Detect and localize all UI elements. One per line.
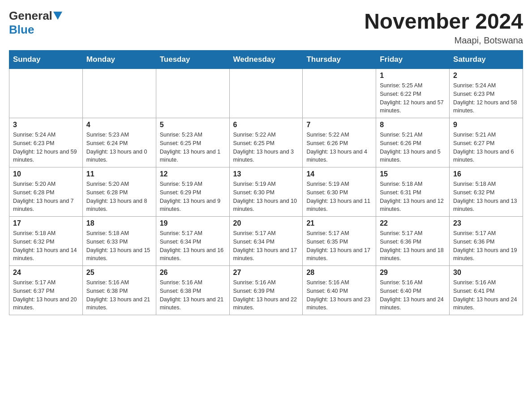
table-row: 24Sunrise: 5:17 AMSunset: 6:37 PMDayligh… bbox=[9, 266, 83, 315]
logo-general: General bbox=[9, 9, 52, 23]
table-row: 8Sunrise: 5:21 AMSunset: 6:26 PMDaylight… bbox=[376, 118, 450, 167]
header-saturday: Saturday bbox=[450, 51, 523, 69]
day-number: 29 bbox=[380, 269, 446, 277]
table-row: 2Sunrise: 5:24 AMSunset: 6:23 PMDaylight… bbox=[450, 69, 523, 118]
table-row: 20Sunrise: 5:17 AMSunset: 6:34 PMDayligh… bbox=[229, 217, 303, 266]
day-info: Sunrise: 5:23 AMSunset: 6:25 PMDaylight:… bbox=[160, 131, 226, 164]
calendar-table: Sunday Monday Tuesday Wednesday Thursday… bbox=[9, 50, 523, 315]
day-number: 26 bbox=[160, 269, 226, 277]
day-number: 16 bbox=[453, 170, 519, 178]
day-number: 30 bbox=[453, 269, 519, 277]
day-number: 21 bbox=[306, 219, 372, 227]
day-number: 4 bbox=[86, 121, 152, 129]
page-header: General Blue November 2024 Maapi, Botswa… bbox=[9, 9, 523, 46]
calendar-header-row: Sunday Monday Tuesday Wednesday Thursday… bbox=[9, 51, 523, 69]
table-row: 23Sunrise: 5:17 AMSunset: 6:36 PMDayligh… bbox=[450, 217, 523, 266]
logo-triangle-icon bbox=[53, 12, 62, 21]
day-number: 17 bbox=[13, 219, 79, 227]
day-info: Sunrise: 5:16 AMSunset: 6:40 PMDaylight:… bbox=[380, 278, 446, 312]
day-info: Sunrise: 5:16 AMSunset: 6:38 PMDaylight:… bbox=[86, 278, 152, 312]
table-row: 21Sunrise: 5:17 AMSunset: 6:35 PMDayligh… bbox=[303, 217, 376, 266]
table-row: 18Sunrise: 5:18 AMSunset: 6:33 PMDayligh… bbox=[82, 217, 156, 266]
day-number: 7 bbox=[306, 121, 372, 129]
table-row: 12Sunrise: 5:19 AMSunset: 6:29 PMDayligh… bbox=[156, 167, 229, 217]
header-thursday: Thursday bbox=[303, 51, 376, 69]
table-row: 1Sunrise: 5:25 AMSunset: 6:22 PMDaylight… bbox=[376, 69, 450, 118]
title-block: November 2024 Maapi, Botswana bbox=[364, 9, 523, 46]
table-row bbox=[303, 69, 376, 118]
table-row: 9Sunrise: 5:21 AMSunset: 6:27 PMDaylight… bbox=[450, 118, 523, 167]
month-title: November 2024 bbox=[364, 9, 523, 34]
day-info: Sunrise: 5:19 AMSunset: 6:29 PMDaylight:… bbox=[160, 180, 226, 214]
day-info: Sunrise: 5:17 AMSunset: 6:36 PMDaylight:… bbox=[380, 229, 446, 263]
day-info: Sunrise: 5:18 AMSunset: 6:31 PMDaylight:… bbox=[380, 180, 446, 214]
table-row bbox=[9, 69, 83, 118]
day-info: Sunrise: 5:18 AMSunset: 6:32 PMDaylight:… bbox=[13, 229, 79, 263]
day-info: Sunrise: 5:16 AMSunset: 6:41 PMDaylight:… bbox=[453, 278, 519, 312]
header-sunday: Sunday bbox=[9, 51, 83, 69]
logo-blue: Blue bbox=[9, 23, 34, 36]
day-info: Sunrise: 5:22 AMSunset: 6:26 PMDaylight:… bbox=[306, 131, 372, 164]
day-info: Sunrise: 5:20 AMSunset: 6:28 PMDaylight:… bbox=[13, 180, 79, 214]
day-number: 6 bbox=[233, 121, 299, 129]
day-number: 13 bbox=[233, 170, 299, 178]
day-number: 24 bbox=[13, 269, 79, 277]
calendar-week-row: 10Sunrise: 5:20 AMSunset: 6:28 PMDayligh… bbox=[9, 167, 523, 217]
day-info: Sunrise: 5:19 AMSunset: 6:30 PMDaylight:… bbox=[306, 180, 372, 214]
table-row: 7Sunrise: 5:22 AMSunset: 6:26 PMDaylight… bbox=[303, 118, 376, 167]
day-info: Sunrise: 5:20 AMSunset: 6:28 PMDaylight:… bbox=[86, 180, 152, 214]
day-number: 1 bbox=[380, 72, 446, 80]
table-row: 19Sunrise: 5:17 AMSunset: 6:34 PMDayligh… bbox=[156, 217, 229, 266]
day-info: Sunrise: 5:17 AMSunset: 6:35 PMDaylight:… bbox=[306, 229, 372, 263]
day-info: Sunrise: 5:25 AMSunset: 6:22 PMDaylight:… bbox=[380, 81, 446, 115]
day-info: Sunrise: 5:17 AMSunset: 6:34 PMDaylight:… bbox=[160, 229, 226, 263]
calendar-week-row: 1Sunrise: 5:25 AMSunset: 6:22 PMDaylight… bbox=[9, 69, 523, 118]
day-number: 22 bbox=[380, 219, 446, 227]
table-row: 16Sunrise: 5:18 AMSunset: 6:32 PMDayligh… bbox=[450, 167, 523, 217]
day-info: Sunrise: 5:21 AMSunset: 6:26 PMDaylight:… bbox=[380, 131, 446, 164]
day-info: Sunrise: 5:22 AMSunset: 6:25 PMDaylight:… bbox=[233, 131, 299, 164]
day-number: 11 bbox=[86, 170, 152, 178]
day-info: Sunrise: 5:17 AMSunset: 6:36 PMDaylight:… bbox=[453, 229, 519, 263]
day-number: 15 bbox=[380, 170, 446, 178]
table-row: 13Sunrise: 5:19 AMSunset: 6:30 PMDayligh… bbox=[229, 167, 303, 217]
table-row: 15Sunrise: 5:18 AMSunset: 6:31 PMDayligh… bbox=[376, 167, 450, 217]
day-info: Sunrise: 5:16 AMSunset: 6:38 PMDaylight:… bbox=[160, 278, 226, 312]
day-info: Sunrise: 5:24 AMSunset: 6:23 PMDaylight:… bbox=[13, 131, 79, 164]
table-row bbox=[229, 69, 303, 118]
day-number: 23 bbox=[453, 219, 519, 227]
day-number: 28 bbox=[306, 269, 372, 277]
day-number: 9 bbox=[453, 121, 519, 129]
day-number: 27 bbox=[233, 269, 299, 277]
table-row: 30Sunrise: 5:16 AMSunset: 6:41 PMDayligh… bbox=[450, 266, 523, 315]
day-number: 3 bbox=[13, 121, 79, 129]
day-number: 2 bbox=[453, 72, 519, 80]
day-number: 10 bbox=[13, 170, 79, 178]
table-row: 26Sunrise: 5:16 AMSunset: 6:38 PMDayligh… bbox=[156, 266, 229, 315]
day-number: 8 bbox=[380, 121, 446, 129]
day-number: 12 bbox=[160, 170, 226, 178]
day-info: Sunrise: 5:23 AMSunset: 6:24 PMDaylight:… bbox=[86, 131, 152, 164]
table-row: 28Sunrise: 5:16 AMSunset: 6:40 PMDayligh… bbox=[303, 266, 376, 315]
day-info: Sunrise: 5:24 AMSunset: 6:23 PMDaylight:… bbox=[453, 81, 519, 115]
calendar-week-row: 17Sunrise: 5:18 AMSunset: 6:32 PMDayligh… bbox=[9, 217, 523, 266]
header-tuesday: Tuesday bbox=[156, 51, 229, 69]
table-row: 14Sunrise: 5:19 AMSunset: 6:30 PMDayligh… bbox=[303, 167, 376, 217]
table-row: 5Sunrise: 5:23 AMSunset: 6:25 PMDaylight… bbox=[156, 118, 229, 167]
table-row: 6Sunrise: 5:22 AMSunset: 6:25 PMDaylight… bbox=[229, 118, 303, 167]
day-number: 20 bbox=[233, 219, 299, 227]
table-row: 27Sunrise: 5:16 AMSunset: 6:39 PMDayligh… bbox=[229, 266, 303, 315]
svg-marker-0 bbox=[53, 12, 62, 20]
table-row: 29Sunrise: 5:16 AMSunset: 6:40 PMDayligh… bbox=[376, 266, 450, 315]
table-row: 11Sunrise: 5:20 AMSunset: 6:28 PMDayligh… bbox=[82, 167, 156, 217]
calendar-week-row: 24Sunrise: 5:17 AMSunset: 6:37 PMDayligh… bbox=[9, 266, 523, 315]
day-number: 25 bbox=[86, 269, 152, 277]
location: Maapi, Botswana bbox=[364, 35, 523, 46]
day-number: 18 bbox=[86, 219, 152, 227]
day-number: 14 bbox=[306, 170, 372, 178]
day-info: Sunrise: 5:21 AMSunset: 6:27 PMDaylight:… bbox=[453, 131, 519, 164]
day-info: Sunrise: 5:18 AMSunset: 6:32 PMDaylight:… bbox=[453, 180, 519, 214]
day-info: Sunrise: 5:16 AMSunset: 6:39 PMDaylight:… bbox=[233, 278, 299, 312]
day-info: Sunrise: 5:17 AMSunset: 6:37 PMDaylight:… bbox=[13, 278, 79, 312]
table-row: 4Sunrise: 5:23 AMSunset: 6:24 PMDaylight… bbox=[82, 118, 156, 167]
